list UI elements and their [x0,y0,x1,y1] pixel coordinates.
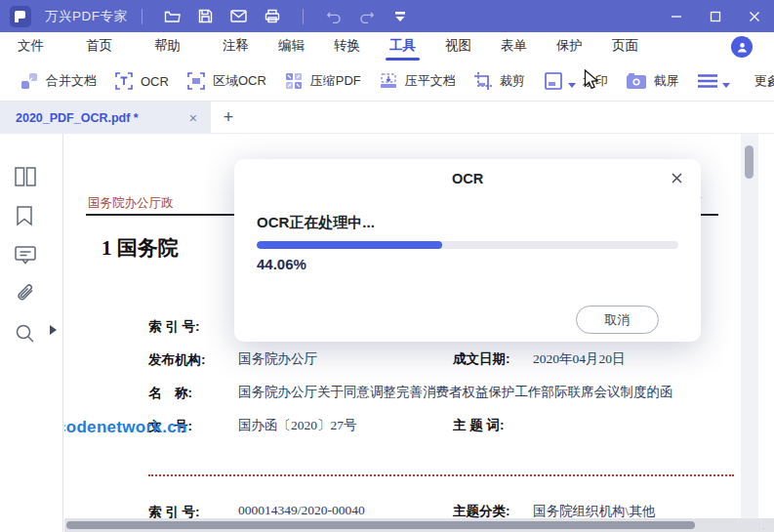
menu-comment[interactable]: 注释 [217,32,255,61]
menu-convert[interactable]: 转换 [328,32,366,61]
field-value: 国办函〔2020〕27号 [238,417,357,434]
comment-icon[interactable] [0,235,63,274]
tab-title: 2020_PDF_OCR.pdf * [16,111,187,125]
field-label: 索 引 号: [148,319,200,334]
cancel-button[interactable]: 取消 [576,306,659,334]
maximize-button[interactable] [696,0,735,32]
dialog-title: OCR [234,171,701,186]
merge-documents-button[interactable]: 合并文档 [20,71,97,91]
menu-help[interactable]: 帮助 [148,32,186,61]
field-label: 主 题 词: [453,417,505,434]
ocr-status-text: OCR正在处理中... [257,214,375,232]
doc-field-row: 名 称: 国务院办公厅关于同意调整完善消费者权益保护工作部际联席会议制度的函 [148,384,192,402]
menu-edit[interactable]: 编辑 [272,32,310,61]
field-value: 国务院办公厅关于同意调整完善消费者权益保护工作部际联席会议制度的函 [238,384,673,401]
redo-icon[interactable] [354,5,380,28]
bookmark-icon[interactable] [0,196,63,235]
minimize-button[interactable] [657,0,696,32]
menu-view[interactable]: 视图 [439,32,477,61]
toolbar: 合并文档 OCR 区域OCR 压缩PDF 压平文档 裁剪 水印 [0,61,774,102]
panel-expand-arrow-icon[interactable] [50,325,57,335]
tool-label: 区域OCR [213,72,266,90]
screenshot-button[interactable]: 截屏 [626,72,679,90]
mouse-cursor [584,69,600,95]
menu-file[interactable]: 文件 [12,32,50,61]
progress-fill [257,241,442,249]
vertical-scrollbar[interactable] [741,134,758,518]
menu-page[interactable]: 页面 [606,32,644,61]
doc-heading: 1 国务院 [102,234,179,262]
more-menu-caret[interactable] [722,83,730,88]
tool-label: 截屏 [654,72,679,90]
menu-form[interactable]: 表单 [495,32,533,61]
tool-label: 压缩PDF [310,72,361,90]
divider [142,9,143,24]
user-avatar[interactable] [731,36,753,58]
more-menu-button[interactable] [697,73,730,89]
menu-tools[interactable]: 工具 [384,32,422,61]
doc-field-row: 索 引 号: [148,317,200,336]
field-label: 主题分类: [453,503,510,518]
dialog-close-icon[interactable] [668,169,685,186]
save-icon[interactable] [193,5,219,28]
attachment-icon[interactable] [0,274,63,313]
folder-open-icon[interactable] [160,5,185,28]
watermark-dropdown-caret[interactable] [568,83,576,88]
field-label: 成文日期: [453,350,510,368]
progress-percent-label: 44.06% [257,256,306,272]
menubar: 文件 首页 帮助 注释 编辑 转换 工具 视图 表单 保护 页面 [0,32,774,61]
new-tab-button[interactable]: + [211,102,246,133]
app-title: 万兴PDF专家 [45,8,128,25]
close-button[interactable] [735,0,774,32]
area-ocr-button[interactable]: 区域OCR [186,71,266,91]
titlebar: 万兴PDF专家 [0,0,774,32]
thumbnails-icon[interactable] [0,157,63,196]
field-value: 000014349/2020-00040 [238,503,365,518]
tool-label: 压平文档 [405,72,456,90]
ocr-button[interactable]: OCR [114,71,169,91]
field-value: 国务院组织机构\其他 [533,503,655,518]
undo-icon[interactable] [321,5,346,28]
crop-button[interactable]: 裁剪 [473,71,525,91]
app-window: 万兴PDF专家 文件 首页 帮助 [0,0,774,532]
compress-pdf-button[interactable]: 压缩PDF [284,71,361,91]
horizontal-scrollbar-thumb[interactable] [66,521,695,529]
email-icon[interactable] [226,5,252,28]
doc-field-row: 索 引 号: 000014349/2020-00040 主题分类: 国务院组织机… [148,503,200,518]
window-controls [657,0,774,32]
menu-home[interactable]: 首页 [80,32,118,61]
divider [303,9,304,24]
tool-label: OCR [141,74,169,89]
menu-protect[interactable]: 保护 [550,32,589,61]
doc-dotted-divider [148,474,734,476]
field-label: 名 称: [148,386,192,400]
watermark-text: codenetwork.cn [64,418,187,437]
doc-field-row: 发布机构: 国务院办公厅 成文日期: 2020年04月20日 [148,350,206,369]
field-label: 索 引 号: [148,505,200,518]
doc-header-left: 国务院办公厅政 [88,195,174,212]
field-value: 2020年04月20日 [533,350,626,368]
vertical-scrollbar-thumb[interactable] [745,145,754,179]
ocr-dialog: OCR OCR正在处理中... 44.06% 取消 [234,159,701,342]
progress-bar [257,241,678,249]
tabbar: 2020_PDF_OCR.pdf * × + [0,102,774,134]
tool-label: 裁剪 [500,72,525,90]
field-value: 国务院办公厅 [238,350,317,368]
toolbar-overflow-chevron[interactable]: › [767,74,772,90]
collapse-ribbon-icon[interactable] [387,5,413,28]
document-tab[interactable]: 2020_PDF_OCR.pdf * × [0,102,211,134]
tab-close-icon[interactable]: × [187,110,199,126]
print-icon[interactable] [260,5,285,28]
resize-grip-icon [763,523,771,529]
app-logo-icon [10,6,31,27]
horizontal-scrollbar[interactable] [64,518,774,532]
field-label: 发布机构: [148,352,206,367]
flatten-document-button[interactable]: 压平文档 [379,71,456,91]
tool-label: 合并文档 [46,72,97,90]
